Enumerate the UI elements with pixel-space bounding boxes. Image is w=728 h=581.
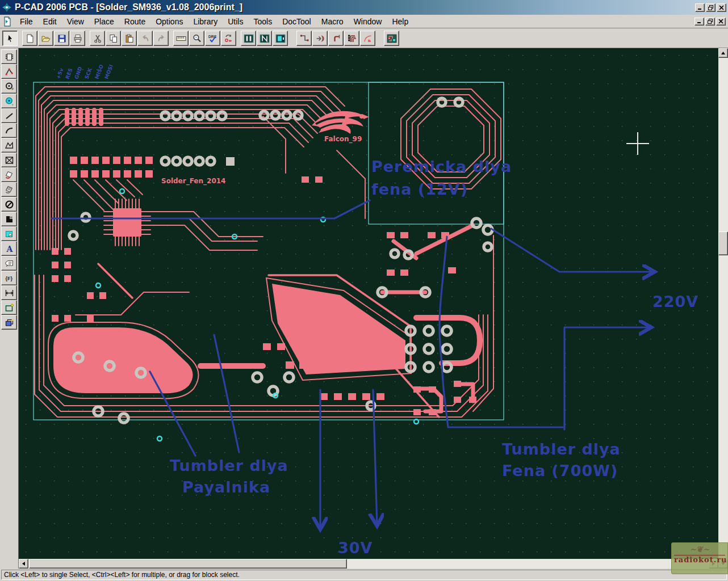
magnifier-icon (193, 34, 202, 43)
undo-button[interactable] (137, 31, 153, 46)
vertical-scrollbar[interactable] (718, 48, 728, 569)
restore-button[interactable] (706, 3, 716, 12)
child-restore-button[interactable] (705, 18, 715, 26)
horizontal-scroll-thumb[interactable] (29, 559, 347, 569)
pcb-canvas[interactable]: Solder_Fen_2014 Falcon_99 +5v RES GND SC… (19, 48, 718, 559)
menu-item-help[interactable]: Help (387, 15, 413, 28)
place-keepout-button[interactable] (1, 153, 17, 167)
measure-button[interactable] (173, 31, 189, 46)
place-plane-button[interactable] (1, 226, 17, 241)
attribute-tag-icon (5, 259, 14, 268)
place-cutout-button[interactable] (1, 182, 17, 197)
select-tool-button[interactable] (2, 31, 18, 46)
route-manual-button[interactable] (296, 31, 312, 46)
document-icon[interactable] (2, 16, 12, 27)
arrow-up-icon (721, 50, 726, 56)
design-rule-check-button[interactable]: DRC (205, 31, 220, 46)
restore-icon (708, 5, 714, 10)
status-bar: Click <Left> to single Select, <Ctrl><Le… (0, 569, 728, 581)
status-message: Click <Left> to single Select, <Ctrl><Le… (1, 570, 727, 580)
place-polygon-button[interactable] (1, 138, 17, 153)
paste-button[interactable] (122, 31, 137, 46)
place-plane-cutout-button[interactable] (1, 212, 17, 226)
place-line-button[interactable] (1, 108, 17, 123)
place-keepout-region-button[interactable] (1, 197, 17, 212)
menu-item-file[interactable]: File (15, 15, 38, 28)
pads-pattern-icon (244, 34, 254, 43)
menu-item-edit[interactable]: Edit (38, 15, 62, 28)
board-overview-icon (387, 34, 397, 43)
dimension-icon (5, 288, 14, 298)
place-arc-button[interactable] (1, 123, 17, 138)
menu-item-window[interactable]: Window (349, 15, 387, 28)
cut-button[interactable] (90, 31, 105, 46)
record-eco-button[interactable] (221, 31, 236, 46)
child-minimize-button[interactable] (694, 18, 704, 26)
child-close-button[interactable] (716, 18, 726, 26)
net-pattern-icon (260, 34, 270, 43)
place-connection-button[interactable] (1, 64, 17, 79)
route-bus-button[interactable] (344, 31, 359, 46)
menu-item-doctool[interactable]: DocTool (277, 15, 316, 28)
save-file-button[interactable] (54, 31, 69, 46)
zoom-window-button[interactable] (189, 31, 204, 46)
annotation-tumbler-fena: Tumbler dlya (502, 440, 621, 458)
vertical-scroll-thumb[interactable] (718, 231, 728, 255)
svg-text:v: v (11, 102, 13, 106)
net-toggle-button[interactable] (257, 31, 272, 46)
place-text-button[interactable]: A (1, 241, 17, 256)
detail-room-icon (5, 318, 14, 327)
menu-item-options[interactable]: Options (150, 15, 188, 28)
annotation-peremicka: Peremicka dlya (371, 158, 512, 175)
route-miter-icon (332, 34, 341, 43)
redo-button[interactable] (153, 31, 169, 46)
main-toolbar: DRC (0, 29, 728, 48)
horizontal-scrollbar[interactable] (19, 559, 718, 569)
paste-clipboard-icon (125, 34, 134, 43)
copy-button[interactable] (106, 31, 121, 46)
logo-label: Falcon_99 (324, 135, 362, 144)
connection-icon (5, 67, 14, 77)
menu-item-route[interactable]: Route (119, 15, 150, 28)
pattern-toggle-button[interactable] (241, 31, 256, 46)
component-icon (5, 52, 14, 62)
route-interactive-icon (316, 34, 325, 43)
open-file-button[interactable] (38, 31, 53, 46)
board-flip-button[interactable] (273, 31, 288, 46)
minimize-icon (697, 19, 702, 24)
place-pad-button[interactable]: P (1, 79, 17, 94)
place-attribute-button[interactable] (1, 256, 17, 271)
route-arc-button[interactable] (360, 31, 375, 46)
close-button[interactable] (717, 3, 726, 12)
scroll-up-button[interactable] (718, 48, 728, 58)
place-part-button[interactable] (1, 49, 17, 64)
menu-item-utils[interactable]: Utils (223, 15, 248, 28)
place-field-button[interactable]: {F} (1, 271, 17, 285)
minimize-icon (697, 5, 702, 10)
pcad-window: P-CAD 2006 PCB - [Solder_SM936_v1.08_200… (0, 0, 728, 581)
place-detail-button[interactable] (1, 315, 17, 330)
route-miter-button[interactable] (328, 31, 344, 46)
menu-item-tools[interactable]: Tools (248, 15, 277, 28)
menu-item-view[interactable]: View (62, 15, 89, 28)
app-icon (2, 2, 12, 12)
scroll-left-button[interactable] (19, 559, 28, 569)
minimize-button[interactable] (695, 3, 705, 12)
field-icon: {F} (5, 273, 14, 283)
new-document-button[interactable] (22, 31, 37, 46)
board-overview-button[interactable] (384, 31, 399, 46)
watermark-url: radiokot.ru (674, 555, 725, 564)
menu-item-place[interactable]: Place (89, 15, 119, 28)
route-manual-icon (300, 34, 309, 43)
place-room-button[interactable] (1, 300, 17, 315)
menu-item-macro[interactable]: Macro (316, 15, 349, 28)
place-via-button[interactable]: v (1, 94, 17, 108)
place-dimension-button[interactable] (1, 285, 17, 300)
menu-bar: FileEditViewPlaceRouteOptionsLibraryUtil… (0, 15, 728, 28)
print-button[interactable] (70, 31, 85, 46)
place-copper-pour-button[interactable] (1, 167, 17, 182)
arrow-left-icon (21, 561, 26, 566)
menu-item-library[interactable]: Library (188, 15, 223, 28)
route-interactive-button[interactable] (312, 31, 328, 46)
line-icon (5, 111, 14, 121)
